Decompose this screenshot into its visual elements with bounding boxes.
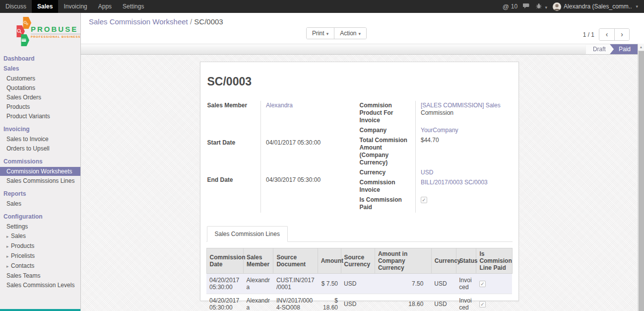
- field-label-company: Company: [359, 126, 416, 136]
- sidebar-item-contacts[interactable]: ▸Contacts: [0, 261, 80, 271]
- field-label-is-commission-paid: Is Commission Paid: [359, 195, 416, 213]
- field-groups: Sales Member Alexandra Start Date 04/01/…: [206, 101, 513, 213]
- sidebar-item-config-sales[interactable]: ▸Sales: [0, 232, 80, 241]
- gears-icon: [23, 20, 29, 26]
- sidebar-item-sales-to-invoice[interactable]: Sales to Invoice: [0, 135, 80, 144]
- field-label-commission-invoice: Commission Invoice: [359, 178, 416, 195]
- cell-member: Alexandra: [244, 274, 273, 294]
- cell-source-currency: USD: [341, 274, 375, 294]
- user-name: Alexandra (Sales_comm..: [564, 3, 632, 10]
- scrollbar-thumb[interactable]: [639, 51, 644, 311]
- sidebar-section-invoicing[interactable]: Invoicing: [0, 124, 80, 134]
- menu-apps[interactable]: Apps: [93, 0, 117, 13]
- pager-buttons: ‹ ›: [599, 28, 630, 41]
- sidebar-item-settings[interactable]: Settings: [0, 222, 80, 231]
- check-icon: ✓: [421, 197, 427, 203]
- check-icon: ✓: [480, 302, 485, 307]
- sidebar-item-product-variants[interactable]: Product Variants: [0, 112, 80, 121]
- menu-discuss[interactable]: Discuss: [0, 0, 32, 13]
- sidebar-item-pricelists[interactable]: ▸Pricelists: [0, 251, 80, 261]
- sidebar-item-customers[interactable]: Customers: [0, 74, 80, 83]
- col-source-document: Source Document: [273, 248, 318, 274]
- company-value[interactable]: YourCompany: [421, 127, 458, 134]
- pager-previous-button[interactable]: ‹: [599, 29, 614, 40]
- sales-member-value[interactable]: Alexandra: [266, 102, 293, 109]
- start-date-value: 04/01/2017 05:30:00: [261, 138, 342, 175]
- total-commission-value: $44.70: [416, 136, 513, 168]
- state-draft[interactable]: Draft: [586, 44, 614, 54]
- cell-amount-company: 18.60: [375, 294, 431, 311]
- statusbar: Draft Paid: [586, 44, 638, 54]
- sidebar-item-sales-teams[interactable]: Sales Teams: [0, 271, 80, 280]
- sidebar-section-configuration[interactable]: Configuration: [0, 212, 80, 222]
- cell-amount: $ 7.50: [318, 274, 341, 294]
- sidebar-item-dashboard[interactable]: Dashboard: [0, 54, 80, 64]
- user-menu[interactable]: Alexandra (Sales_comm.. ▾: [553, 2, 638, 11]
- action-button-label: Action: [340, 30, 356, 37]
- col-source-currency: Source Currency: [341, 248, 375, 274]
- sidebar-item-orders-to-upsell[interactable]: Orders to Upsell: [0, 144, 80, 153]
- commission-lines-table: Commission Date Sales Member Source Docu…: [206, 248, 513, 311]
- sidebar-item-quotations[interactable]: Quotations: [0, 83, 80, 92]
- col-status: Status: [456, 248, 476, 274]
- chevron-down-icon: ▾: [636, 4, 638, 9]
- record-title: SC/0003: [207, 75, 513, 88]
- action-button[interactable]: Action▾: [334, 28, 366, 39]
- col-currency: Currency: [431, 248, 456, 274]
- field-label-sales-member: Sales Member: [206, 101, 261, 138]
- table-row[interactable]: 04/20/2017 05:30:00 Alexandra CUST.IN/20…: [206, 274, 512, 294]
- cell-line-paid: ✓: [476, 274, 512, 294]
- line-paid-checkbox: ✓: [479, 301, 486, 308]
- field-label-start-date: Start Date: [206, 138, 261, 175]
- sidebar-item-commission-worksheets[interactable]: Commission Worksheets: [0, 167, 80, 176]
- breadcrumb-parent[interactable]: Sales Commission Worksheet: [89, 17, 188, 26]
- cell-member: Alexandra: [244, 294, 273, 311]
- at-icon: @: [503, 3, 509, 10]
- topbar: Discuss Sales Invoicing Apps Settings @ …: [0, 0, 644, 13]
- sidebar-section-sales[interactable]: Sales: [0, 64, 80, 74]
- mention-count: 10: [511, 3, 517, 10]
- caret-right-icon: ▸: [6, 233, 11, 239]
- sidebar: PROBUSE PROFESSIONAL BUSINESS Dashboard …: [0, 13, 81, 311]
- table-row[interactable]: 04/20/2017 05:30:00 Alexandra INV/2017/0…: [206, 294, 512, 311]
- pager-next-button[interactable]: ›: [614, 29, 629, 40]
- breadcrumb: Sales Commission Worksheet / SC/0003: [89, 17, 636, 26]
- bug-icon: [536, 3, 542, 9]
- form-view: SC/0003 Sales Member Alexandra Start Dat…: [81, 55, 644, 311]
- menu-settings[interactable]: Settings: [117, 0, 149, 13]
- tab-sales-commission-lines[interactable]: Sales Commission Lines: [207, 226, 288, 242]
- breadcrumb-current: SC/0003: [194, 17, 223, 26]
- commission-invoice-value[interactable]: BILL/2017/0003 SC/0003: [421, 179, 488, 186]
- mentions-counter[interactable]: @ 10: [503, 3, 518, 10]
- commission-product-value[interactable]: [SALES COMMISSION] Sales: [421, 102, 501, 109]
- app-menu: Discuss Sales Invoicing Apps Settings: [0, 0, 149, 13]
- print-button[interactable]: Print▾: [307, 28, 334, 39]
- col-sales-member: Sales Member: [244, 248, 273, 274]
- sidebar-item-sales-commissions-lines[interactable]: Sales Commissions Lines: [0, 176, 80, 185]
- table-header-row: Commission Date Sales Member Source Docu…: [206, 248, 512, 274]
- avatar: [553, 2, 561, 11]
- currency-value[interactable]: USD: [421, 169, 433, 176]
- card-icon: [21, 37, 27, 43]
- sidebar-item-sales-orders[interactable]: Sales Orders: [0, 93, 80, 102]
- line-paid-checkbox: ✓: [479, 281, 486, 287]
- state-paid[interactable]: Paid: [610, 44, 638, 54]
- sidebar-section-reports[interactable]: Reports: [0, 189, 80, 199]
- sidebar-bottom-accent: [0, 309, 81, 311]
- sidebar-item-products[interactable]: Products: [0, 102, 80, 111]
- debug-menu[interactable]: ▾: [536, 3, 547, 10]
- sidebar-section-commissions[interactable]: Commissions: [0, 156, 80, 166]
- scroll-up-button[interactable]: ▲: [638, 44, 644, 51]
- messages-icon[interactable]: [523, 3, 530, 10]
- toolbar-button-group: Print▾ Action▾: [306, 27, 367, 39]
- menu-sales[interactable]: Sales: [32, 0, 58, 13]
- cell-currency: USD: [431, 294, 456, 311]
- sidebar-item-sales-commission-levels[interactable]: Sales Commission Levels: [0, 281, 80, 290]
- sidebar-item-reports-sales[interactable]: Sales: [0, 199, 80, 208]
- pager-counter: 1 / 1: [583, 31, 594, 38]
- cell-doc: CUST.IN/2017/0001: [273, 274, 318, 294]
- menu-invoicing[interactable]: Invoicing: [58, 0, 92, 13]
- col-is-commission-line-paid: Is Commision Line Paid: [476, 248, 512, 274]
- cell-amount-company: 7.50: [375, 274, 431, 294]
- sidebar-item-config-products[interactable]: ▸Products: [0, 241, 80, 251]
